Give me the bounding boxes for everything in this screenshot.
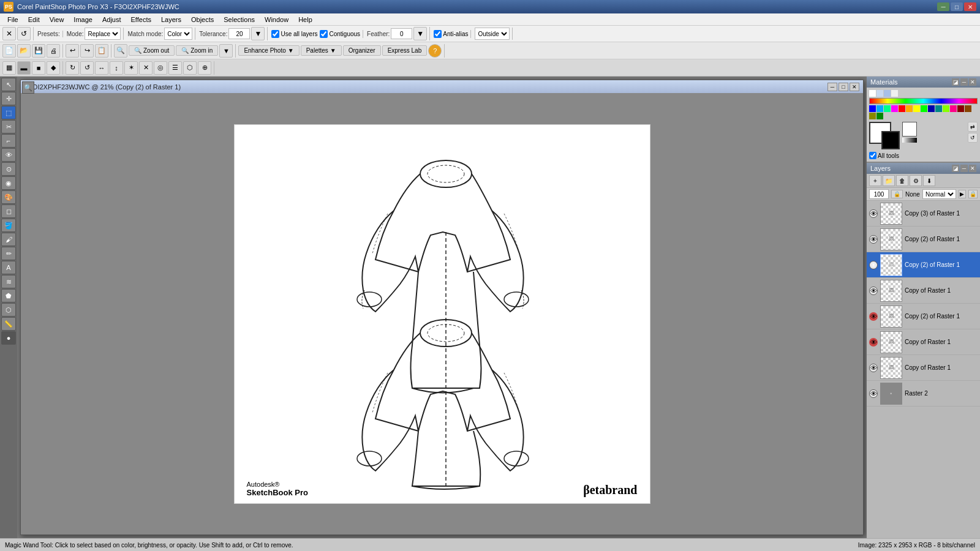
rotate-cw-button[interactable]: ↻	[66, 61, 79, 75]
new-group-button[interactable]: 📁	[883, 175, 895, 186]
swatch-7[interactable]	[913, 105, 920, 112]
swatch-4[interactable]	[891, 105, 898, 112]
save-file-button[interactable]: 💾	[32, 44, 45, 58]
swatch-1[interactable]	[869, 105, 876, 112]
maximize-button[interactable]: □	[951, 2, 963, 11]
layer-item[interactable]: 👁 🖼 Copy of Raster 1	[867, 355, 980, 381]
layer-visibility-4[interactable]: 👁	[869, 312, 878, 321]
confirm-tool-button[interactable]: ↺	[17, 27, 31, 40]
all-tools-checkbox[interactable]	[869, 152, 876, 159]
swatch-12[interactable]	[950, 105, 957, 112]
layer-visibility-6[interactable]: 👁	[869, 364, 878, 372]
new-layer-button[interactable]: +	[869, 175, 881, 186]
palettes-button[interactable]: Palettes▼	[301, 45, 342, 56]
swatch-9[interactable]	[928, 105, 935, 112]
layer-visibility-3[interactable]: 👁	[869, 287, 878, 295]
undo-history-button[interactable]: 📋	[95, 44, 108, 58]
tolerance-input[interactable]	[228, 28, 250, 39]
tool-red-eye[interactable]: 👁	[1, 148, 16, 162]
menu-objects[interactable]: Objects	[186, 15, 219, 24]
flip-v-button[interactable]: ↕	[110, 61, 123, 75]
menu-adjust[interactable]: Adjust	[97, 15, 126, 24]
contiguous-checkbox[interactable]: Contiguous	[320, 30, 360, 38]
enhance-photo-button[interactable]: Enhance Photo▼	[238, 45, 299, 56]
new-file-button[interactable]: 📄	[2, 44, 16, 58]
open-file-button[interactable]: 📂	[17, 44, 31, 58]
tool-measure[interactable]: 📏	[1, 317, 16, 331]
layer-item[interactable]: 👁 🖼 Copy of Raster 1	[867, 278, 980, 304]
layer-item-active[interactable]: 👁 🖼 Copy (2) of Raster 1	[867, 252, 980, 278]
swatch-13[interactable]	[957, 105, 964, 112]
tool-move[interactable]: ✛	[1, 92, 16, 105]
swatch-2[interactable]	[876, 105, 883, 112]
zoom-dropdown-button[interactable]: ▼	[219, 44, 233, 58]
menu-file[interactable]: File	[2, 15, 23, 24]
materials-close-button[interactable]: ✕	[969, 78, 976, 86]
gradient-preview[interactable]	[902, 122, 917, 137]
undo-button[interactable]: ↩	[66, 44, 79, 58]
reset-colors-button[interactable]: ↺	[968, 133, 978, 143]
merge-layer-button[interactable]: ⬇	[923, 175, 935, 186]
layer-props-button[interactable]: ⚙	[910, 175, 922, 186]
layer-visibility-7[interactable]: 👁	[869, 389, 878, 398]
tool-text[interactable]: A	[1, 261, 16, 274]
menu-image[interactable]: Image	[69, 15, 97, 24]
swatch-8[interactable]	[921, 105, 927, 112]
redo-button[interactable]: ↪	[80, 44, 94, 58]
select-all-button[interactable]: ▦	[2, 61, 16, 75]
minimize-button[interactable]: ─	[937, 2, 949, 11]
layer-visibility-5[interactable]: 👁	[869, 338, 878, 347]
layer-visibility-2[interactable]: 👁	[869, 261, 878, 269]
menu-selections[interactable]: Selections	[219, 15, 260, 24]
tool-eraser[interactable]: ◻	[1, 204, 16, 218]
zoom-navigator[interactable]: 🔍	[22, 81, 34, 94]
swatch-3[interactable]	[884, 105, 891, 112]
tool-clone[interactable]: ⊙	[1, 162, 16, 176]
tool-retouch[interactable]: ◉	[1, 176, 16, 190]
doc-maximize-button[interactable]: □	[839, 83, 848, 91]
zoom-in-button[interactable]: 🔍 Zoom in	[176, 45, 218, 56]
misc-tool-3[interactable]: ◎	[154, 61, 167, 75]
rotate-ccw-button[interactable]: ↺	[80, 61, 94, 75]
layer-item[interactable]: 👁 🖼 Copy of Raster 1	[867, 329, 980, 355]
layers-float-button[interactable]: ◪	[952, 165, 959, 172]
feather-spin[interactable]: ▼	[413, 27, 427, 40]
layer-item[interactable]: 👁 🖼 Copy (2) of Raster 1	[867, 304, 980, 329]
swatch-11[interactable]	[943, 105, 949, 112]
layer-visibility-1[interactable]: 👁	[869, 235, 878, 244]
tool-vector[interactable]: ⬟	[1, 289, 16, 302]
swatch-6[interactable]	[906, 105, 913, 112]
tool-change-color[interactable]: 🎨	[1, 190, 16, 204]
menu-layers[interactable]: Layers	[156, 15, 186, 24]
swatch-10[interactable]	[935, 105, 942, 112]
materials-minimize-button[interactable]: ─	[960, 78, 968, 86]
swatch-5[interactable]	[899, 105, 905, 112]
tool-preset-shapes[interactable]: ⬡	[1, 303, 16, 317]
express-lab-button[interactable]: Express Lab	[382, 45, 428, 56]
misc-tool-5[interactable]: ⬡	[183, 61, 197, 75]
tool-crop[interactable]: ✂	[1, 120, 16, 133]
tolerance-down[interactable]: ▼	[251, 27, 265, 40]
swatch-16[interactable]	[876, 113, 883, 119]
swatch-14[interactable]	[965, 105, 971, 112]
color-spectrum[interactable]	[869, 98, 978, 104]
opacity-lock-button[interactable]: 🔒	[891, 190, 903, 198]
misc-tool-2[interactable]: ✕	[139, 61, 153, 75]
use-all-layers-checkbox[interactable]: Use all layers	[271, 30, 317, 38]
doc-close-button[interactable]: ✕	[850, 83, 859, 91]
blend-mode-select[interactable]: Normal	[922, 189, 956, 199]
tool-fill[interactable]: 🪣	[1, 219, 16, 232]
print-button[interactable]: 🖨	[47, 44, 60, 58]
layer-lock-button[interactable]: 🔒	[968, 190, 978, 198]
swatch-lightblue[interactable]	[876, 90, 883, 97]
tool-selection[interactable]: ⬚	[1, 106, 16, 119]
materials-float-button[interactable]: ◪	[952, 78, 959, 86]
menu-edit[interactable]: Edit	[23, 15, 45, 24]
tool-straighten[interactable]: ⌐	[1, 134, 16, 148]
layer-visibility-0[interactable]: 👁	[869, 209, 878, 218]
layer-item[interactable]: 👁 🖼 Copy (2) of Raster 1	[867, 227, 980, 252]
misc-tool-4[interactable]: ☰	[168, 61, 182, 75]
doc-minimize-button[interactable]: ─	[827, 83, 837, 91]
cancel-tool-button[interactable]: ✕	[2, 27, 16, 40]
layer-item[interactable]: 👁 ▪ Raster 2	[867, 381, 980, 407]
